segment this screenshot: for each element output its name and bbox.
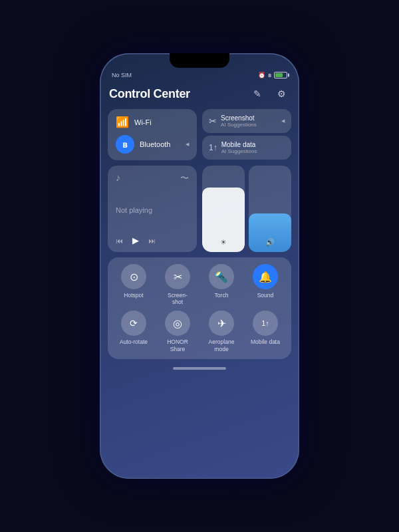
screenshot-corner: ◀ <box>281 118 285 124</box>
aeroplane-tile[interactable]: ✈ Aeroplanemode <box>201 311 242 352</box>
left-tile-container: 📶 Wi-Fi ʙ Bluetooth ◀ <box>108 109 197 160</box>
sound-label: Sound <box>257 292 274 299</box>
wifi-icon: 📶 <box>116 116 129 128</box>
play-button[interactable]: ▶ <box>132 235 139 245</box>
screenshot-bottom-label: Screen-shot <box>168 292 188 305</box>
home-indicator <box>173 367 226 370</box>
control-center-header: Control Center ✎ ⚙ <box>108 84 291 104</box>
aeroplane-label: Aeroplanemode <box>209 338 235 352</box>
settings-icon[interactable]: ⚙ <box>273 85 290 102</box>
mobile-data-subtitle: AI Suggestions <box>221 148 285 154</box>
honor-share-label: HONORShare <box>167 338 188 352</box>
bottom-row-1: ⊙ Hotspot ✂ Screen-shot 🔦 Torch <box>113 264 286 305</box>
screen-content: Control Center ✎ ⚙ 📶 Wi-Fi ʙ Bluetooth <box>100 81 299 479</box>
sound-icon-circle: 🔔 <box>253 264 278 289</box>
bluetooth-status-icon: ʙ <box>268 72 271 78</box>
wifi-tile[interactable]: 📶 Wi-Fi <box>116 116 189 128</box>
media-tile[interactable]: ♪ 〜 Not playing ⏮ ▶ ⏭ <box>108 166 197 252</box>
screenshot-tile[interactable]: ✂ Screenshot AI Suggestions ◀ <box>202 109 291 133</box>
aeroplane-icon-circle: ✈ <box>209 311 234 336</box>
bluetooth-tile[interactable]: ʙ Bluetooth ◀ <box>116 135 189 154</box>
honor-share-tile[interactable]: ◎ HONORShare <box>157 311 198 352</box>
hotspot-tile[interactable]: ⊙ Hotspot <box>113 264 154 305</box>
torch-icon-circle: 🔦 <box>209 264 234 289</box>
honor-share-icon-circle: ◎ <box>165 311 190 336</box>
screenshot-bottom-icon-circle: ✂ <box>165 264 190 289</box>
hotspot-icon: ⊙ <box>130 271 138 283</box>
screenshot-tile-icon: ✂ <box>209 116 217 126</box>
alarm-icon: ⏰ <box>258 72 265 78</box>
page-title: Control Center <box>109 87 190 101</box>
next-button[interactable]: ⏭ <box>148 237 156 245</box>
sound-icon: 🔔 <box>259 271 272 283</box>
media-wave-icon: 〜 <box>180 172 189 184</box>
not-playing-label: Not playing <box>116 184 189 235</box>
media-controls: ⏮ ▶ ⏭ <box>116 235 189 245</box>
autorotate-label: Auto-rotate <box>120 338 148 345</box>
mobile-data-tile[interactable]: 1↑ Mobile data AI Suggestions <box>202 136 291 160</box>
aeroplane-icon: ✈ <box>217 317 226 330</box>
hotspot-label: Hotspot <box>124 292 143 299</box>
screenshot-bottom-tile[interactable]: ✂ Screen-shot <box>157 264 198 305</box>
bluetooth-icon: ʙ <box>122 140 128 150</box>
screenshot-title: Screenshot <box>221 114 277 122</box>
bluetooth-label: Bluetooth <box>140 140 170 148</box>
volume-slider[interactable]: 🔊 <box>249 166 291 252</box>
sim-label: No SIM <box>112 72 132 78</box>
torch-label: Torch <box>215 292 229 299</box>
sliders-section: ☀ 🔊 <box>202 166 291 252</box>
hotspot-icon-circle: ⊙ <box>121 264 146 289</box>
bluetooth-corner: ◀ <box>186 142 189 147</box>
volume-icon: 🔊 <box>265 238 275 247</box>
media-top: ♪ 〜 <box>116 172 189 184</box>
mobile-data-bottom-icon: 1↑ <box>261 319 269 327</box>
screenshot-subtitle: AI Suggestions <box>221 122 277 128</box>
mobile-data-bottom-tile[interactable]: 1↑ Mobile data <box>245 311 286 352</box>
notch <box>170 53 229 68</box>
header-icons: ✎ ⚙ <box>249 85 290 102</box>
prev-button[interactable]: ⏮ <box>116 237 123 245</box>
autorotate-icon-circle: ⟳ <box>121 311 146 336</box>
phone-frame: No SIM ⏰ ʙ Control Center ✎ ⚙ 📶 Wi-Fi <box>100 53 299 479</box>
mobile-data-title: Mobile data <box>221 141 285 148</box>
bottom-tiles-container: ⊙ Hotspot ✂ Screen-shot 🔦 Torch <box>108 257 291 359</box>
sound-tile[interactable]: 🔔 Sound <box>245 264 286 305</box>
bluetooth-icon-circle: ʙ <box>116 135 134 154</box>
edit-icon[interactable]: ✎ <box>249 85 266 102</box>
autorotate-tile[interactable]: ⟳ Auto-rotate <box>113 311 154 352</box>
torch-icon: 🔦 <box>215 271 228 283</box>
mobile-data-bottom-label: Mobile data <box>251 338 280 345</box>
top-tiles-grid: 📶 Wi-Fi ʙ Bluetooth ◀ ✂ Screenshot <box>108 109 291 160</box>
brightness-icon: ☀ <box>220 238 227 247</box>
music-note-icon: ♪ <box>116 172 120 183</box>
screenshot-bottom-icon: ✂ <box>174 271 182 283</box>
brightness-slider[interactable]: ☀ <box>202 166 245 252</box>
middle-section: ♪ 〜 Not playing ⏮ ▶ ⏭ ☀ 🔊 <box>108 166 291 252</box>
honor-share-icon: ◎ <box>173 317 182 330</box>
mobile-data-tile-text: Mobile data AI Suggestions <box>221 141 285 154</box>
wifi-label: Wi-Fi <box>134 118 152 126</box>
battery-icon <box>274 72 287 78</box>
bottom-row-2: ⟳ Auto-rotate ◎ HONORShare ✈ Aeroplanemo… <box>113 311 286 352</box>
screenshot-tile-text: Screenshot AI Suggestions <box>221 114 277 128</box>
autorotate-icon: ⟳ <box>130 318 138 329</box>
status-right-icons: ⏰ ʙ <box>258 72 287 78</box>
battery-fill <box>275 73 283 77</box>
mobile-data-bottom-icon-circle: 1↑ <box>253 311 278 336</box>
right-tiles: ✂ Screenshot AI Suggestions ◀ 1↑ Mobile … <box>202 109 291 160</box>
mobile-data-tile-icon: 1↑ <box>209 143 217 152</box>
torch-tile[interactable]: 🔦 Torch <box>201 264 242 305</box>
